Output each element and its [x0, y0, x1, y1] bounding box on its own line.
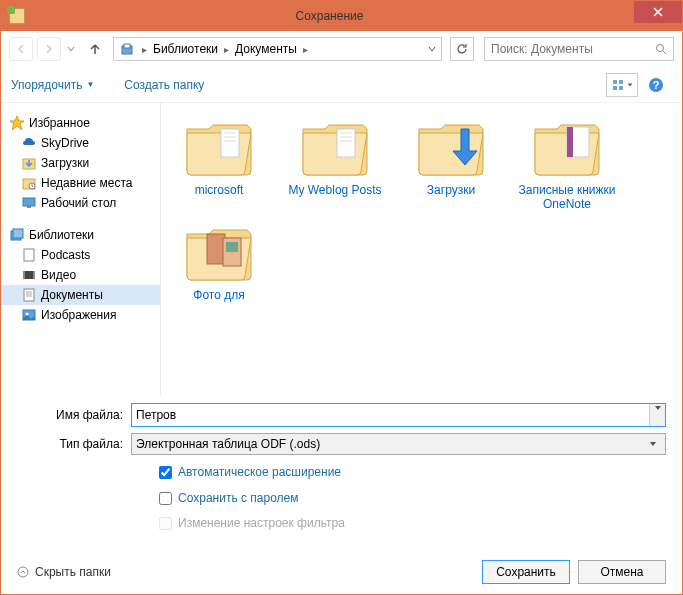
save-dialog: Сохранение ▸ Библиотеки ▸ Документы ▸ — [0, 0, 683, 595]
filter-settings-label: Изменение настроек фильтра — [178, 516, 345, 532]
hide-folders-toggle[interactable]: Скрыть папки — [17, 565, 111, 579]
filename-label: Имя файла: — [51, 408, 131, 422]
filename-dropdown[interactable] — [649, 404, 665, 426]
new-folder-button[interactable]: Создать папку — [124, 78, 204, 92]
svg-rect-26 — [567, 127, 573, 157]
svg-rect-1 — [124, 44, 130, 48]
svg-rect-3 — [613, 80, 617, 84]
svg-rect-6 — [619, 86, 623, 90]
cancel-button[interactable]: Отмена — [578, 560, 666, 584]
svg-rect-18 — [23, 271, 25, 279]
tree-skydrive[interactable]: SkyDrive — [1, 133, 160, 153]
filename-input[interactable] — [132, 404, 649, 426]
folder-icon — [183, 115, 255, 179]
tree-label: Рабочий стол — [41, 196, 116, 210]
titlebar: Сохранение — [1, 1, 682, 31]
tree-label: Недавние места — [41, 176, 132, 190]
tree-podcasts[interactable]: Podcasts — [1, 245, 160, 265]
tree-downloads[interactable]: Загрузки — [1, 153, 160, 173]
svg-point-2 — [657, 45, 664, 52]
folder-label: Фото для — [169, 288, 269, 302]
svg-rect-4 — [619, 80, 623, 84]
svg-rect-13 — [27, 206, 31, 208]
save-button[interactable]: Сохранить — [482, 560, 570, 584]
folder-label: Загрузки — [401, 183, 501, 197]
search-box[interactable] — [484, 37, 674, 61]
svg-rect-16 — [24, 249, 34, 261]
svg-rect-5 — [613, 86, 617, 90]
location-icon — [118, 40, 136, 58]
back-button[interactable] — [9, 37, 33, 61]
tree-label: Podcasts — [41, 248, 90, 262]
folder-icon — [183, 220, 255, 284]
svg-rect-29 — [226, 242, 238, 252]
svg-rect-19 — [33, 271, 35, 279]
svg-rect-27 — [207, 234, 225, 264]
folder-onenote[interactable]: Записные книжки OneNote — [517, 115, 617, 212]
tree-libraries[interactable]: Библиотеки — [1, 225, 160, 245]
search-icon[interactable] — [649, 38, 673, 60]
auto-extension-label[interactable]: Автоматическое расширение — [178, 465, 341, 481]
folder-label: My Weblog Posts — [285, 183, 385, 197]
filetype-select[interactable]: Электронная таблица ODF (.ods) — [131, 433, 666, 455]
save-form: Имя файла: Тип файла: Электронная таблиц… — [1, 395, 682, 550]
svg-point-30 — [18, 567, 28, 577]
dialog-footer: Скрыть папки Сохранить Отмена — [1, 550, 682, 594]
toolbar: Упорядочить ▼ Создать папку ? — [1, 67, 682, 103]
chevron-down-icon: ▼ — [86, 80, 94, 89]
main-area: Избранное SkyDrive Загрузки Недавние мес… — [1, 103, 682, 395]
tree-label: SkyDrive — [41, 136, 89, 150]
breadcrumb-documents[interactable]: Документы — [231, 42, 301, 56]
tree-images[interactable]: Изображения — [1, 305, 160, 325]
chevron-down-icon — [645, 440, 661, 448]
folder-photos[interactable]: Фото для — [169, 220, 269, 302]
save-password-checkbox[interactable] — [159, 492, 172, 505]
address-dropdown[interactable] — [421, 38, 441, 60]
history-dropdown[interactable] — [65, 37, 77, 61]
tree-recent[interactable]: Недавние места — [1, 173, 160, 193]
svg-rect-15 — [13, 229, 23, 238]
organize-label: Упорядочить — [11, 78, 82, 92]
auto-extension-checkbox[interactable] — [159, 466, 172, 479]
tree-desktop[interactable]: Рабочий стол — [1, 193, 160, 213]
search-input[interactable] — [485, 42, 649, 56]
window-title: Сохранение — [25, 9, 634, 23]
folder-downloads[interactable]: Загрузки — [401, 115, 501, 212]
svg-rect-20 — [24, 289, 34, 301]
refresh-button[interactable] — [450, 37, 474, 61]
svg-text:?: ? — [653, 79, 660, 91]
help-button[interactable]: ? — [640, 73, 672, 97]
chevron-right-icon: ▸ — [222, 44, 231, 55]
tree-label: Документы — [41, 288, 103, 302]
tree-label: Загрузки — [41, 156, 89, 170]
tree-video[interactable]: Видео — [1, 265, 160, 285]
hide-folders-label: Скрыть папки — [35, 565, 111, 579]
app-icon — [9, 8, 25, 24]
navigation-bar: ▸ Библиотеки ▸ Документы ▸ — [1, 31, 682, 67]
folder-icon — [415, 115, 487, 179]
folder-label: Записные книжки OneNote — [517, 183, 617, 212]
folder-weblog[interactable]: My Weblog Posts — [285, 115, 385, 212]
organize-menu[interactable]: Упорядочить ▼ — [11, 78, 94, 92]
view-options[interactable] — [606, 73, 638, 97]
filter-settings-checkbox — [159, 517, 172, 530]
folder-icon — [299, 115, 371, 179]
folder-view[interactable]: microsoft My Weblog Posts Загрузки Запис… — [161, 103, 682, 395]
up-button[interactable] — [85, 39, 105, 59]
filetype-value: Электронная таблица ODF (.ods) — [136, 437, 320, 451]
tree-label: Видео — [41, 268, 76, 282]
folder-icon — [531, 115, 603, 179]
filetype-label: Тип файла: — [51, 437, 131, 451]
tree-label: Библиотеки — [29, 228, 94, 242]
forward-button[interactable] — [37, 37, 61, 61]
close-button[interactable] — [634, 1, 682, 23]
breadcrumb-libraries[interactable]: Библиотеки — [149, 42, 222, 56]
navigation-tree: Избранное SkyDrive Загрузки Недавние мес… — [1, 103, 161, 395]
folder-microsoft[interactable]: microsoft — [169, 115, 269, 212]
tree-documents[interactable]: Документы — [1, 285, 160, 305]
address-bar[interactable]: ▸ Библиотеки ▸ Документы ▸ — [113, 37, 442, 61]
save-password-label[interactable]: Сохранить с паролем — [178, 491, 298, 507]
folder-label: microsoft — [169, 183, 269, 197]
tree-label: Избранное — [29, 116, 90, 130]
tree-favorites[interactable]: Избранное — [1, 113, 160, 133]
